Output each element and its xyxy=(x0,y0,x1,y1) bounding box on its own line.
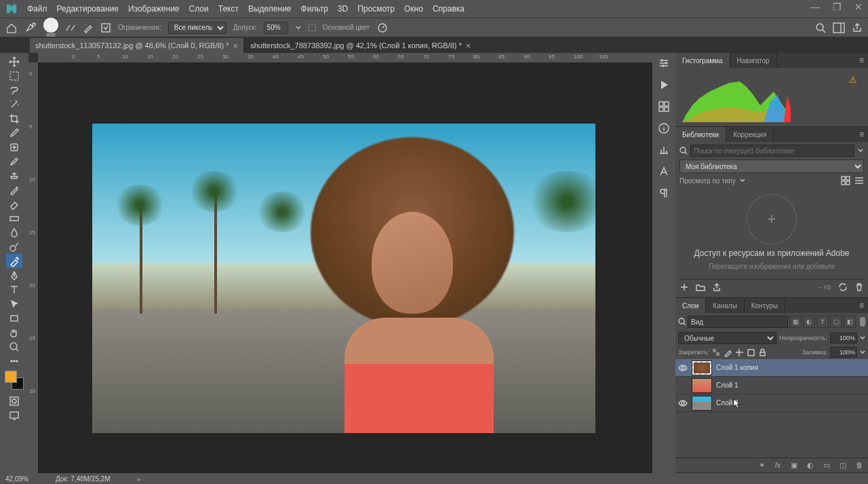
tab-histogram[interactable]: Гистограмма xyxy=(675,53,730,68)
layer-thumbnail[interactable] xyxy=(692,378,712,393)
opacity-input[interactable] xyxy=(830,333,857,343)
lock-artboard-icon[interactable] xyxy=(747,348,755,357)
mask-icon[interactable]: ▣ xyxy=(789,461,799,470)
menu-edit[interactable]: Редактирование xyxy=(57,4,119,14)
screenmode-tool[interactable] xyxy=(6,408,22,422)
visibility-icon[interactable] xyxy=(678,381,688,390)
layer-thumbnail[interactable] xyxy=(692,396,712,411)
document-tab[interactable]: shutterstock_1130573132.jpg @ 48,6% (Сло… xyxy=(30,38,243,53)
menu-window[interactable]: Окно xyxy=(404,4,423,14)
history-brush-tool[interactable] xyxy=(6,183,22,197)
brush-tool[interactable] xyxy=(6,154,22,168)
lock-all-icon[interactable] xyxy=(758,348,767,357)
crop-tool[interactable] xyxy=(6,111,22,126)
share-icon[interactable] xyxy=(852,22,863,33)
menu-3d[interactable]: 3D xyxy=(338,4,348,14)
visibility-icon[interactable] xyxy=(678,398,688,408)
rectangle-tool[interactable] xyxy=(6,311,22,325)
close-icon[interactable]: × xyxy=(233,41,239,51)
window-maximize-icon[interactable]: ❐ xyxy=(831,2,842,13)
chevron-down-icon[interactable] xyxy=(857,147,864,154)
warning-icon[interactable]: ⚠ xyxy=(849,75,857,85)
filter-adjust-icon[interactable]: ◐ xyxy=(803,316,815,328)
filter-toggle[interactable] xyxy=(860,317,865,327)
swatches-icon[interactable] xyxy=(658,100,670,113)
tab-paths[interactable]: Контуры xyxy=(745,298,785,313)
adjust-icon[interactable] xyxy=(658,57,670,69)
tab-channels[interactable]: Каналы xyxy=(706,298,745,313)
layer-thumbnail[interactable] xyxy=(692,360,712,375)
new-layer-icon[interactable]: ◫ xyxy=(838,461,848,470)
color-swatches[interactable] xyxy=(5,371,24,390)
clone-stamp-tool[interactable] xyxy=(6,168,22,183)
tool-preset-icon[interactable] xyxy=(24,22,37,34)
layer-row[interactable]: Слой 1 xyxy=(675,377,868,394)
lasso-tool[interactable] xyxy=(6,83,22,97)
menu-filter[interactable]: Фильтр xyxy=(301,4,328,14)
move-tool[interactable] xyxy=(6,54,22,69)
brush-swap-icon[interactable] xyxy=(65,22,76,33)
canvas-image[interactable] xyxy=(92,124,595,433)
fill-input[interactable] xyxy=(830,347,857,358)
library-search-input[interactable] xyxy=(690,145,854,157)
filter-shape-icon[interactable]: ▢ xyxy=(830,316,842,328)
library-select[interactable]: Моя библиотека xyxy=(679,160,864,173)
edit-toolbox[interactable] xyxy=(6,354,22,368)
upload-icon[interactable] xyxy=(712,282,722,292)
dodge-tool[interactable] xyxy=(6,240,22,254)
chevron-down-icon[interactable] xyxy=(860,335,865,341)
pressure-icon[interactable] xyxy=(376,22,389,34)
tab-libraries[interactable]: Библиотеки xyxy=(675,127,726,142)
type-tool[interactable] xyxy=(6,282,22,297)
window-close-icon[interactable]: ✕ xyxy=(853,2,864,13)
filter-type-icon[interactable]: T xyxy=(816,316,829,328)
menu-help[interactable]: Справка xyxy=(433,4,465,14)
layers-filter-input[interactable] xyxy=(688,316,788,328)
visibility-icon[interactable] xyxy=(678,363,688,373)
home-icon[interactable] xyxy=(5,22,18,33)
tolerance-input[interactable] xyxy=(264,22,288,34)
gradient-tool[interactable] xyxy=(6,211,22,225)
layer-row[interactable]: Слой 1 копия xyxy=(675,359,868,377)
healing-brush-tool[interactable] xyxy=(6,140,22,154)
background-eraser-tool[interactable] xyxy=(6,254,22,268)
panel-menu-icon[interactable]: ≡ xyxy=(859,130,864,139)
chevron-down-icon[interactable] xyxy=(740,178,745,183)
eraser-tool[interactable] xyxy=(6,197,22,211)
limits-select[interactable]: Все пикселы xyxy=(168,22,226,34)
sync-icon[interactable] xyxy=(838,282,848,292)
character-icon[interactable] xyxy=(658,166,670,178)
list-view-icon[interactable] xyxy=(854,176,864,185)
window-minimize-icon[interactable]: — xyxy=(810,2,821,13)
zoom-level[interactable]: 42,09% xyxy=(5,475,28,483)
menu-select[interactable]: Выделение xyxy=(248,4,292,14)
pen-tool[interactable] xyxy=(6,268,22,282)
path-selection-tool[interactable] xyxy=(6,297,22,311)
document-tab[interactable]: shutterstock_788738392.jpg @ 42,1% (Слой… xyxy=(245,38,476,53)
tab-navigator[interactable]: Навигатор xyxy=(730,53,777,68)
vertical-ruler[interactable]: 0 5 10 15 20 25 30 xyxy=(28,62,38,473)
lock-pixels-icon[interactable] xyxy=(724,348,732,357)
chevron-down-icon[interactable] xyxy=(860,350,865,355)
menu-layers[interactable]: Слои xyxy=(189,4,209,14)
brush-size-preview[interactable] xyxy=(43,18,58,33)
panel-menu-icon[interactable]: ≡ xyxy=(859,56,864,65)
brush-panel-icon[interactable] xyxy=(100,22,111,33)
folder-icon[interactable] xyxy=(696,282,705,292)
brush-settings-icon[interactable] xyxy=(83,22,94,33)
layer-row[interactable]: Слой 0 xyxy=(675,394,868,412)
menu-view[interactable]: Просмотр xyxy=(357,4,395,14)
zoom-tool[interactable] xyxy=(6,339,22,354)
menu-image[interactable]: Изображение xyxy=(128,4,180,14)
quickmask-tool[interactable] xyxy=(6,394,22,408)
document-size[interactable]: Док: 7,48M/25,2M xyxy=(56,475,111,483)
group-icon[interactable]: ▭ xyxy=(822,461,831,470)
workspace-icon[interactable] xyxy=(833,22,845,33)
fx-icon[interactable]: fx xyxy=(773,461,783,470)
grid-view-icon[interactable] xyxy=(841,176,850,185)
menu-text[interactable]: Текст xyxy=(218,4,239,14)
adjustment-layer-icon[interactable]: ◐ xyxy=(806,461,815,470)
search-icon[interactable] xyxy=(815,22,826,33)
blur-tool[interactable] xyxy=(6,225,22,240)
magic-wand-tool[interactable] xyxy=(6,97,22,111)
